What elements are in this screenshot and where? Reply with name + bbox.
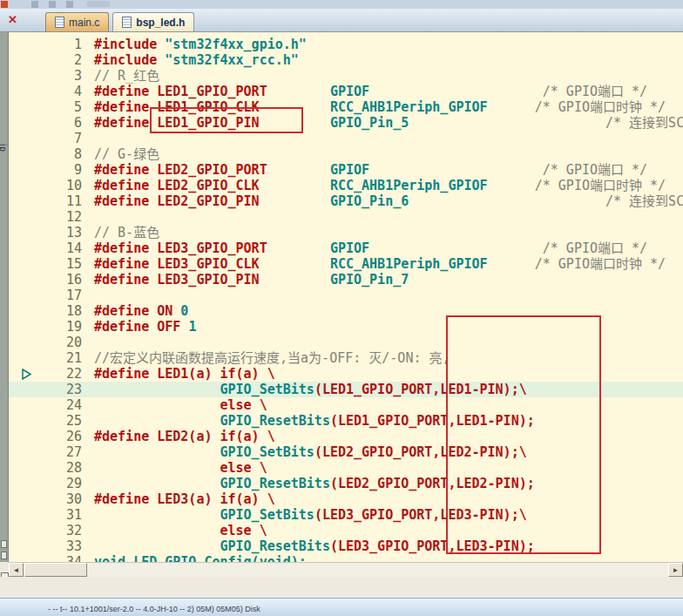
bookmark-arrow-icon [9, 366, 44, 382]
horizontal-scrollbar[interactable]: ◄ ► [9, 562, 683, 577]
code-text [82, 335, 94, 350]
code-text: #define OFF 1 [82, 319, 196, 335]
ide-window: ✕ main.c bsp_led.h ip 1#include "stm32f4… [0, 0, 683, 616]
marker-space [9, 288, 44, 303]
line-number: 20 [44, 335, 82, 350]
code-text: #define LED3(a) if(a) \ [82, 491, 275, 507]
code-text: // B-蓝色 [82, 225, 159, 240]
line-number: 9 [44, 162, 82, 178]
annotation-rect-pin-usage [446, 315, 601, 554]
code-line[interactable]: 3// R_红色 [9, 68, 683, 84]
code-line[interactable]: 14#define LED3_GPIO_PORT GPIOF /* GPIO端口… [9, 240, 683, 256]
code-line[interactable]: 4#define LED1_GPIO_PORT GPIOF /* GPIO端口 … [9, 84, 683, 99]
scroll-left-button[interactable]: ◄ [9, 563, 24, 577]
code-line[interactable]: 13// B-蓝色 [9, 225, 683, 240]
code-line[interactable]: 12 [9, 209, 683, 225]
marker-space [9, 397, 44, 413]
line-number: 31 [44, 507, 82, 523]
marker-space [9, 162, 44, 178]
marker-space [9, 131, 44, 146]
marker-space [9, 209, 44, 225]
tab-label: main.c [69, 17, 99, 29]
code-text: // G-绿色 [82, 146, 159, 162]
code-line[interactable]: 8// G-绿色 [9, 146, 683, 162]
code-text: #define LED2(a) if(a) \ [82, 429, 275, 444]
annotation-rect-led1-pin-define [150, 107, 303, 133]
marker-space [9, 523, 44, 538]
code-text [82, 288, 94, 303]
line-number: 34 [44, 554, 82, 562]
line-number: 16 [44, 272, 82, 288]
marker-space [9, 115, 44, 131]
marker-space [9, 303, 44, 319]
code-text: #define LED2_GPIO_CLK RCC_AHB1Periph_GPI… [82, 178, 666, 193]
marker-space [9, 240, 44, 256]
code-text: #define LED1(a) if(a) \ [82, 366, 275, 382]
code-line[interactable]: 6#define LED1_GPIO_PIN GPIO_Pin_5 /* 连接到… [9, 115, 683, 131]
toolbar-sliver [0, 0, 683, 9]
code-line[interactable]: 11#define LED2_GPIO_PIN GPIO_Pin_6 /* 连接… [9, 193, 683, 209]
line-number: 24 [44, 397, 82, 413]
line-number: 27 [44, 444, 82, 460]
marker-space [9, 429, 44, 444]
line-number: 29 [44, 476, 82, 491]
panel-gap [0, 577, 683, 598]
line-number: 19 [44, 319, 82, 335]
scroll-right-button[interactable]: ► [668, 563, 683, 577]
panel-icon[interactable] [1, 552, 7, 559]
marker-space [9, 37, 44, 52]
code-editor[interactable]: 1#include "stm32f4xx_gpio.h"2#include "s… [9, 32, 683, 562]
code-line[interactable]: 1#include "stm32f4xx_gpio.h" [9, 37, 683, 52]
line-number: 11 [44, 193, 82, 209]
line-number: 4 [44, 84, 82, 99]
panel-icon[interactable] [1, 540, 7, 548]
code-text: //宏定义内联函数提高运行速度,当a为-OFF: 灭/-ON: 亮, [82, 350, 450, 366]
document-icon [122, 17, 132, 28]
tab-label: bsp_led.h [136, 17, 185, 29]
code-text: else \ [82, 523, 267, 538]
marker-space [9, 99, 44, 115]
code-line[interactable]: 10#define LED2_GPIO_CLK RCC_AHB1Periph_G… [9, 178, 683, 193]
line-number: 18 [44, 303, 82, 319]
line-number: 17 [44, 288, 82, 303]
code-line[interactable]: 2#include "stm32f4xx_rcc.h" [9, 52, 683, 68]
marker-space [9, 476, 44, 491]
line-number: 8 [44, 146, 82, 162]
line-number: 26 [44, 429, 82, 444]
line-number: 28 [44, 460, 82, 476]
marker-space [9, 225, 44, 240]
marker-space [9, 335, 44, 350]
code-line[interactable]: 15#define LED3_GPIO_CLK RCC_AHB1Periph_G… [9, 256, 683, 272]
toolbar-icon [87, 1, 110, 7]
line-number: 5 [44, 99, 82, 115]
code-line[interactable]: 9#define LED2_GPIO_PORT GPIOF /* GPIO端口 … [9, 162, 683, 178]
scrollbar-thumb[interactable] [24, 563, 87, 577]
toolbar-icon [66, 1, 73, 8]
toolbar-icon [1, 1, 8, 8]
tab-bsp-led-h[interactable]: bsp_led.h [112, 12, 194, 31]
code-text: #define LED2_GPIO_PIN GPIO_Pin_6 /* 连接到S… [82, 193, 683, 209]
docked-panel-strip[interactable]: ip [0, 32, 9, 562]
marker-space [9, 382, 44, 397]
line-number: 32 [44, 523, 82, 538]
panel-strip-label: ip [0, 144, 8, 152]
line-number: 15 [44, 256, 82, 272]
code-line[interactable]: 7 [9, 131, 683, 146]
line-number: 23 [44, 382, 82, 397]
code-text: #define LED3_GPIO_CLK RCC_AHB1Periph_GPI… [82, 256, 666, 272]
line-number: 14 [44, 240, 82, 256]
code-line[interactable]: 17 [9, 288, 683, 303]
code-line[interactable]: 16#define LED3_GPIO_PIN GPIO_Pin_7 [9, 272, 683, 288]
tab-main-c[interactable]: main.c [45, 12, 109, 31]
status-bar: - -- t-- 10.1+1001/ser-2.0 -- 4.0-JH-10 … [0, 598, 683, 616]
marker-space [9, 256, 44, 272]
editor-tab-bar: ✕ main.c bsp_led.h [0, 9, 683, 32]
line-number: 13 [44, 225, 82, 240]
code-line[interactable]: 34void LED_GPIO_Config(void); [9, 554, 683, 562]
line-number: 12 [44, 209, 82, 225]
marker-space [9, 52, 44, 68]
close-file-button[interactable]: ✕ [8, 14, 17, 25]
marker-space [9, 84, 44, 99]
code-text: #define LED3_GPIO_PORT GPIOF /* GPIO端口 *… [82, 240, 647, 256]
code-line[interactable]: 5#define LED1_GPIO_CLK RCC_AHB1Periph_GP… [9, 99, 683, 115]
